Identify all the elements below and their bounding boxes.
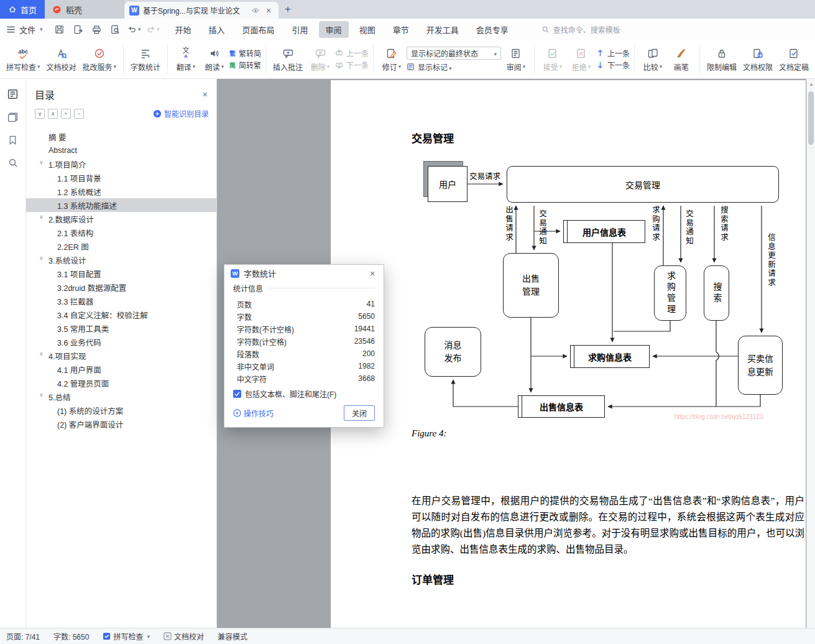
collapse-all-button[interactable]: ∨ — [35, 109, 45, 119]
outline-item[interactable]: 3.2druid 数据源配置 — [26, 280, 216, 294]
dialog-close-button[interactable]: 关闭 — [344, 405, 375, 421]
smart-recognize-button[interactable]: 智能识别目录 — [153, 108, 209, 119]
collapse-level-button[interactable]: − — [74, 109, 84, 119]
dialog-title-bar[interactable]: W 字数统计 × — [224, 265, 384, 282]
command-search[interactable]: 查找命令、搜索模板 — [541, 24, 620, 35]
chevron-down-icon[interactable] — [39, 159, 44, 165]
hamburger-icon[interactable] — [6, 25, 16, 34]
outline-item[interactable]: 2.1 表结构 — [26, 226, 216, 239]
outline-item[interactable]: 2.数据库设计 — [26, 212, 216, 226]
outline-item[interactable]: 3.4 自定义注解：校验注解 — [26, 308, 216, 321]
outline-item[interactable]: (1) 系统的设计方案 — [26, 403, 216, 417]
tab-view[interactable]: 视图 — [352, 21, 382, 38]
scrollbar-thumb[interactable] — [808, 91, 814, 145]
doc-proof-button[interactable]: 文档校对 — [44, 42, 79, 76]
outline-item[interactable]: 3.系统设计 — [26, 253, 216, 267]
review-mode-button[interactable]: 审阅 — [502, 42, 530, 76]
outline-item[interactable]: 摘 要 — [26, 130, 216, 144]
draft-panel-icon[interactable] — [7, 111, 19, 123]
save-icon[interactable] — [53, 22, 67, 36]
compare-button[interactable]: 比较 — [639, 42, 666, 76]
revise-button[interactable]: 修订 — [378, 42, 405, 76]
outline-item[interactable]: 4.项目实现 — [26, 349, 216, 362]
outline-item[interactable]: 1.项目简介 — [26, 157, 216, 171]
search-panel-icon[interactable] — [7, 157, 19, 169]
outline-item[interactable]: 5.总结 — [26, 390, 216, 403]
correction-service-button[interactable]: 批改服务 — [80, 42, 119, 76]
bookmark-icon[interactable] — [7, 134, 19, 146]
tab-start[interactable]: 开始 — [168, 21, 198, 38]
next-comment-button[interactable]: 下一条 — [335, 60, 369, 70]
reject-button[interactable]: 拒绝 — [568, 42, 595, 76]
document-page[interactable]: 交易管理 — [331, 80, 806, 628]
accept-button[interactable]: 接受 — [539, 42, 566, 76]
doc-permission-button[interactable]: 文档权限 — [740, 42, 775, 76]
word-count-indicator[interactable]: 字数: 5650 — [53, 631, 89, 642]
restrict-edit-button[interactable]: 限制编辑 — [704, 42, 739, 76]
doc-finalize-button[interactable]: 文档定稿 — [776, 42, 811, 76]
outline-item[interactable]: 3.6 业务代码 — [26, 335, 216, 349]
spell-check-status[interactable]: 拼写检查 — [103, 631, 150, 642]
doc-proof-status[interactable]: 文档校对 — [163, 631, 204, 642]
outline-item[interactable]: 3.1 项目配置 — [26, 267, 216, 280]
show-marks-button[interactable]: 显示标记 — [407, 62, 501, 71]
print-preview-icon[interactable] — [109, 22, 122, 36]
tab-page-layout[interactable]: 页面布局 — [236, 21, 282, 38]
show-marks-label: 显示标记 — [418, 62, 452, 72]
tips-link[interactable]: 操作技巧 — [233, 408, 274, 418]
close-panel-icon[interactable]: × — [203, 90, 208, 99]
document-tab[interactable]: W 基于Spring...与实现 毕业论文 × — [124, 2, 279, 19]
insert-comment-button[interactable]: 插入批注 — [270, 42, 305, 76]
outline-item[interactable]: 2.2ER 图 — [26, 239, 216, 253]
outline-item[interactable]: 3.3 拦截器 — [26, 294, 216, 308]
outline-item[interactable]: 3.5 常用工具类 — [26, 321, 216, 335]
tab-member[interactable]: 会员专享 — [469, 21, 515, 38]
trad-to-simp-button[interactable]: 繁 繁转简 — [229, 48, 261, 58]
redo-icon[interactable] — [146, 22, 160, 36]
marks-state-dropdown[interactable]: 显示标记的最终状态 — [407, 47, 501, 60]
tab-insert[interactable]: 插入 — [202, 21, 232, 38]
undo-icon[interactable] — [127, 22, 141, 36]
pen-button[interactable]: 画笔 — [668, 42, 695, 76]
expand-all-button[interactable]: ∧ — [48, 109, 58, 119]
prev-comment-button[interactable]: 上一条 — [335, 48, 369, 58]
outline-item[interactable]: 1.1 项目背景 — [26, 171, 216, 185]
outline-item[interactable]: 4.2 管理员页面 — [26, 376, 216, 390]
eye-icon[interactable] — [251, 7, 260, 14]
simp-to-trad-button[interactable]: 简 简转繁 — [229, 60, 261, 70]
tab-review[interactable]: 审阅 — [319, 21, 349, 38]
chevron-down-icon[interactable] — [39, 214, 44, 220]
tab-dev-tools[interactable]: 开发工具 — [420, 21, 466, 38]
page-indicator[interactable]: 页面: 7/41 — [6, 631, 40, 642]
new-tab-button[interactable]: + — [279, 0, 297, 19]
vertical-scrollbar[interactable]: ▲ — [806, 79, 815, 628]
outline-item[interactable]: (2) 客户端界面设计 — [26, 417, 216, 431]
delete-comment-button[interactable]: 删除 — [306, 42, 334, 76]
outline-panel-icon[interactable] — [7, 88, 19, 100]
file-menu-button[interactable]: 文件 — [16, 24, 47, 35]
close-tab-icon[interactable]: × — [264, 6, 274, 16]
include-textbox-checkbox[interactable]: 包括文本框、脚注和尾注(F) — [233, 389, 375, 399]
outline-item[interactable]: Abstract — [26, 144, 216, 157]
export-pdf-icon[interactable] — [71, 22, 85, 36]
scroll-up-arrow[interactable]: ▲ — [807, 80, 815, 89]
print-icon[interactable] — [90, 22, 104, 36]
expand-level-button[interactable]: + — [61, 109, 71, 119]
chevron-down-icon[interactable] — [39, 351, 44, 357]
tab-references[interactable]: 引用 — [285, 21, 315, 38]
translate-button[interactable]: 文A 翻译 — [172, 42, 200, 76]
home-tab[interactable]: 首页 — [0, 0, 45, 19]
chevron-down-icon[interactable] — [39, 255, 44, 261]
tab-section[interactable]: 章节 — [386, 21, 416, 38]
docer-tab[interactable]: 稻壳 — [45, 0, 124, 19]
prev-revision-button[interactable]: 上一条 — [596, 48, 630, 58]
chevron-down-icon[interactable] — [39, 392, 44, 398]
word-count-button[interactable]: 字数统计 — [128, 42, 163, 76]
outline-item-selected[interactable]: 1.3 系统功能描述 — [26, 198, 216, 212]
dialog-close-icon[interactable]: × — [367, 269, 377, 278]
read-aloud-button[interactable]: 朗读 — [201, 42, 228, 76]
next-revision-button[interactable]: 下一条 — [596, 60, 630, 70]
outline-item[interactable]: 1.2 系统概述 — [26, 185, 216, 198]
outline-item[interactable]: 4.1 用户界面 — [26, 362, 216, 376]
spell-check-button[interactable]: abc 拼写检查 — [4, 42, 43, 76]
